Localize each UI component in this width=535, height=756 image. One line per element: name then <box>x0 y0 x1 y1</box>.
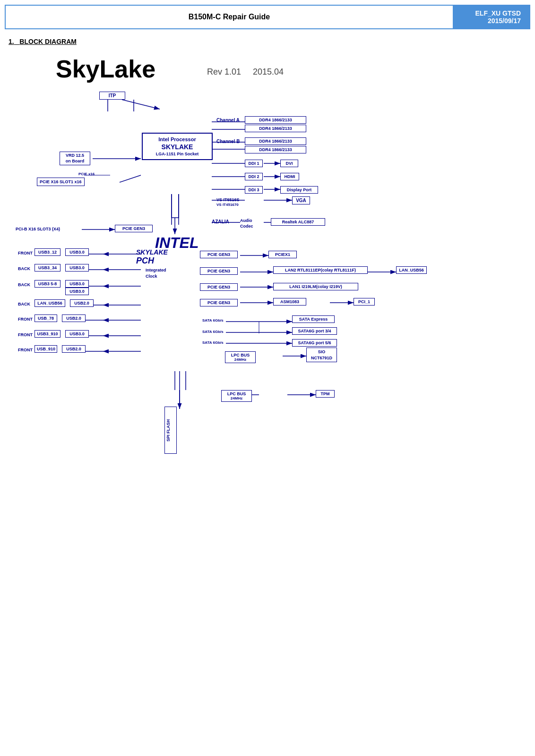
front-label-1: FRONT <box>18 251 33 255</box>
sata-6gb-label1: SATA 6Gb/s <box>202 318 224 323</box>
front-label-3: FRONT <box>18 332 33 337</box>
sata-56-box: SATA6G port 5/6 <box>292 339 337 347</box>
dvi-box: DVI <box>280 160 298 167</box>
pcie-x16-slot1: PCIE X16 SLOT1 x16 <box>37 178 85 186</box>
document-date: 2015/09/17 <box>462 17 521 25</box>
usb30-5-box: USB3.0 <box>65 330 89 338</box>
usb20-1-box: USB2.0 <box>70 299 94 307</box>
usb-78-box: USB_78 <box>35 314 57 322</box>
vga-box: VGA <box>292 196 310 204</box>
sata-34-box: SATA6G port 3/4 <box>292 327 337 335</box>
section-number: 1. <box>9 38 14 45</box>
pch-sub: SKYLAKE <box>136 248 168 256</box>
ddi1-box: DDI 1 <box>245 160 263 167</box>
block-diagram: SkyLake Rev 1.01 2015.04 <box>9 50 524 702</box>
pcie-gen3-pch1: PCIE GEN3 <box>200 251 238 258</box>
vrd-box: VRD 12.5on Board <box>60 152 90 165</box>
realtek-box: Realtek ALC887 <box>271 218 325 226</box>
pciex16-label: PCIE x16 <box>78 172 95 176</box>
usb30-4-box: USB3.0 <box>65 288 89 295</box>
channel-a-label: Channel A <box>216 118 240 123</box>
display-port-box: Display Port <box>280 186 318 194</box>
company-name: ELF_XU GTSD <box>462 9 521 17</box>
pcie-gen3-pch3: PCIE GEN3 <box>200 283 238 291</box>
integrated-clock: IntegratedClock <box>146 267 166 279</box>
pcie-gen3-cpu: PCIE GEN3 <box>115 225 153 232</box>
pciex1-box: PCIEX1 <box>268 251 297 258</box>
lpc-bus-1-box: LPC BUS 24MHz <box>225 351 256 363</box>
audio-codec-label: AudioCodec <box>240 218 253 229</box>
hdmi-box: HDMI <box>280 173 299 180</box>
back-label-3: BACK <box>18 302 30 306</box>
front-label-2: FRONT <box>18 317 33 322</box>
lpc-bus-text: LPC BUS <box>227 353 253 357</box>
usb3-58-box: USB3 5-8 <box>35 280 60 288</box>
back-label-1: BACK <box>18 266 30 271</box>
processor-box: Intel Processor SKYLAKE LGA-1151 Pin Soc… <box>142 133 213 160</box>
ddi2-box: DDI 2 <box>245 173 263 180</box>
page-header: B150M-C Repair Guide ELF_XU GTSD 2015/09… <box>5 5 530 29</box>
usb3-12-box: USB3_12 <box>35 248 60 256</box>
usb30-3-box: USB3.0 <box>65 280 89 288</box>
section-label: BLOCK DIAGRAM <box>19 38 77 45</box>
sio-text: SIONCT6791D <box>311 349 332 360</box>
skylake-brand: SkyLake <box>56 55 155 83</box>
rev-label: Rev 1.01 <box>207 67 241 76</box>
ddr-b2-box: DDR4 1866/2133 <box>245 146 306 153</box>
pcie-gen3-pch4: PCIE GEN3 <box>200 299 238 306</box>
tpm-box: TPM <box>316 390 335 398</box>
sata-6gb-label2: SATA 6Gb/s <box>202 330 224 334</box>
skylake-pch-label: SKYLAKE PCH <box>136 248 168 266</box>
processor-label2: SKYLAKE <box>147 143 207 151</box>
usb20-3-box: USB2.0 <box>62 345 86 353</box>
pch-sub2: PCH <box>136 256 168 266</box>
it6516-val: VS IT451670 <box>216 203 239 207</box>
processor-label1: Intel Processor <box>147 136 207 142</box>
title-text: B150M-C Repair Guide <box>189 13 270 21</box>
lan2-rtl-box: LAN2 RTL8111EP(colay RTL8111F) <box>273 266 368 274</box>
usb30-1-box: USB3.0 <box>65 248 89 256</box>
svg-line-2 <box>122 100 160 109</box>
sio-box: SIONCT6791D <box>306 348 337 362</box>
pcie-gen3-pch2: PCIE GEN3 <box>200 267 238 275</box>
usb3-910-box: USB3_910 <box>35 330 60 338</box>
ddr-b1-box: DDR4 1866/2133 <box>245 137 306 145</box>
usb20-2-box: USB2.0 <box>62 314 86 322</box>
processor-label3: LGA-1151 Pin Socket <box>147 152 207 156</box>
ddi3-box: DDI 3 <box>245 186 263 194</box>
ddr-a2-box: DDR4 1866/2133 <box>245 125 306 132</box>
audio-text: AudioCodec <box>240 218 253 229</box>
itp-box: ITP <box>99 92 125 100</box>
usb3-34-box: USB3_34 <box>35 264 60 272</box>
sata-express-box: SATA Express <box>292 315 335 323</box>
lpc-freq-text: 24MHz <box>227 357 253 362</box>
lpc-bus2-text: LPC BUS <box>224 391 250 396</box>
spi-flash-box: SPI FLASH <box>164 407 177 454</box>
vrd-text: VRD 12.5on Board <box>66 153 85 163</box>
revision-info: Rev 1.01 2015.04 <box>207 67 284 77</box>
section-title: 1. BLOCK DIAGRAM <box>9 38 526 45</box>
lpc-freq2-text: 24MHz <box>224 396 250 400</box>
usb30-2-box: USB3.0 <box>65 264 89 272</box>
header-info: ELF_XU GTSD 2015/09/17 <box>454 6 529 28</box>
usb-910-box: USB_910 <box>35 345 57 353</box>
svg-line-5 <box>120 175 141 182</box>
year-label: 2015.04 <box>253 67 284 76</box>
lan-usb56-right-box: LAN_USB56 <box>396 266 427 274</box>
lpc-bus-2-box: LPC BUS 24MHz <box>221 390 252 402</box>
channel-b-label: Channel B <box>216 139 240 144</box>
ddr-a1-box: DDR4 1866/2133 <box>245 116 306 124</box>
document-title: B150M-C Repair Guide <box>6 6 454 28</box>
lan-usb56-box: LAN_USB56 <box>35 299 65 307</box>
pci-b-label: PCI-B X16 SLOT3 (X4) <box>16 227 60 231</box>
azalia-label: AZALIA <box>212 219 229 224</box>
back-label-2: BACK <box>18 282 30 287</box>
asm1083-box: ASM1083 <box>273 298 306 306</box>
lan1-i219-box: LAN1 I219LM(colay I219V) <box>273 283 358 290</box>
sata-6gb-label3: SATA 6Gb/s <box>202 340 224 345</box>
front-label-4: FRONT <box>18 348 33 352</box>
it6516-label: VS IT6516S <box>216 197 240 202</box>
pci1-box: PCI_1 <box>354 298 375 306</box>
integrated-text: IntegratedClock <box>146 268 166 279</box>
